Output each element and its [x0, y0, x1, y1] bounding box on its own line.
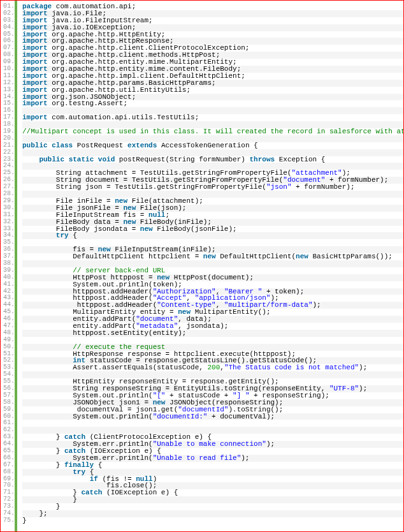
token-string: "Unable to make connection" — [153, 440, 266, 448]
token-keyword: new — [296, 253, 308, 260]
code-line: }; — [22, 510, 404, 517]
token-plain: (IOException e) { — [102, 489, 178, 496]
line-number: 32. — [3, 219, 13, 226]
token-plain: ); — [241, 454, 249, 462]
token-plain: PostRequest — [73, 142, 127, 149]
code-viewer: 01.02.03.04.05.06.07.08.09.10.11.12.13.1… — [1, 1, 403, 531]
token-plain: org.testng.Assert; — [48, 100, 127, 107]
token-keyword: new — [140, 225, 153, 233]
token-plain: DefaultHttpClient httpclient = — [22, 253, 203, 260]
line-number: 75. — [3, 517, 13, 524]
code-line: } — [22, 503, 404, 510]
token-plain — [22, 232, 56, 239]
token-plain: , — [220, 364, 224, 371]
token-keyword: static — [69, 156, 94, 163]
token-keyword: import — [22, 114, 48, 121]
token-plain — [94, 156, 98, 163]
code-line: import org.testng.Assert; — [22, 100, 404, 107]
code-line: Assert.assertEquals(statusCode, 200,"The… — [22, 364, 404, 371]
line-number: 13. — [3, 87, 13, 94]
token-plain: ); — [312, 301, 321, 309]
code-line: //Multipart concept is used in this clas… — [22, 128, 404, 135]
line-number: 41. — [3, 281, 13, 288]
token-keyword: void — [98, 156, 115, 163]
token-keyword: extends — [127, 142, 157, 149]
token-plain: + documentVal); — [207, 413, 275, 420]
token-plain: httppost.setEntity(entity); — [22, 329, 186, 337]
code-line: System.out.println("documentId:" + docum… — [22, 413, 404, 420]
token-plain: { — [69, 232, 77, 239]
token-string: "documentId:" — [153, 413, 208, 420]
code-line: httppost.setEntity(entity); — [22, 330, 404, 337]
token-plain — [64, 156, 69, 163]
line-number: 22. — [3, 149, 13, 156]
token-plain: FileBody(jsonFile); — [153, 225, 237, 233]
token-string: "json" — [266, 183, 292, 191]
token-plain: HttpPost(document); — [170, 274, 254, 281]
code-line: public class PostRequest extends AccessT… — [22, 142, 404, 149]
line-number: 49. — [3, 337, 13, 344]
token-plain — [22, 156, 39, 163]
line-number: 68. — [3, 469, 13, 476]
line-number-gutter: 01.02.03.04.05.06.07.08.09.10.11.12.13.1… — [1, 1, 17, 531]
code-line: } catch (IOException e) { — [22, 489, 404, 496]
token-plain: ); — [266, 440, 275, 448]
token-plain: DefaultHttpClient( — [216, 253, 296, 260]
line-number: 40. — [3, 274, 13, 281]
code-area: package com.automation.api;import java.i… — [17, 1, 404, 531]
line-number: 04. — [3, 24, 13, 31]
code-line: DefaultHttpClient httpclient = new Defau… — [22, 253, 404, 260]
token-plain: { — [94, 461, 102, 469]
code-line: FileBody jsondata = new FileBody(jsonFil… — [22, 226, 404, 233]
token-number: 200 — [207, 364, 220, 371]
token-plain: } — [22, 517, 27, 524]
token-plain: ); — [359, 385, 367, 392]
code-line: String json = TestUtils.getStringFromPro… — [22, 184, 404, 191]
token-string: "Unable to read file" — [153, 454, 242, 462]
token-plain: Exception { — [275, 156, 325, 163]
token-keyword: try — [56, 232, 69, 239]
line-number: 31. — [3, 212, 13, 219]
token-plain: ); — [359, 364, 367, 371]
code-line: public static void postRequest(String fo… — [22, 156, 404, 163]
token-keyword: public — [22, 142, 48, 149]
token-plain: String json = TestUtils.getStringFromPro… — [22, 183, 266, 191]
token-plain: Assert.assertEquals(statusCode, — [22, 364, 207, 371]
token-string: "The Status code is not matched" — [224, 364, 359, 371]
token-plain: com.automation.api.utils.TestUtils; — [48, 114, 199, 121]
token-string: "UTF-8" — [329, 385, 359, 392]
token-plain: System.out.println( — [22, 413, 153, 420]
token-keyword: import — [22, 100, 48, 107]
token-plain: + formNumber); — [291, 183, 354, 191]
token-keyword: new — [203, 253, 216, 260]
token-comment: //Multipart concept is used in this clas… — [22, 128, 404, 135]
code-line: try { — [22, 232, 404, 239]
token-plain: BasicHttpParams()); — [308, 253, 393, 260]
code-line: } — [22, 517, 404, 524]
token-plain: postRequest(String formNumber) — [115, 156, 249, 163]
token-keyword: public — [39, 156, 64, 163]
token-keyword: throws — [249, 156, 275, 163]
token-keyword: catch — [81, 489, 102, 496]
line-number: 59. — [3, 406, 13, 413]
code-line: } — [22, 496, 404, 503]
code-line — [22, 420, 404, 427]
token-keyword: class — [52, 142, 73, 149]
token-plain: AccessTokenGeneration { — [157, 142, 257, 149]
code-line: import com.automation.api.utils.TestUtil… — [22, 114, 404, 121]
line-number: 50. — [3, 344, 13, 351]
